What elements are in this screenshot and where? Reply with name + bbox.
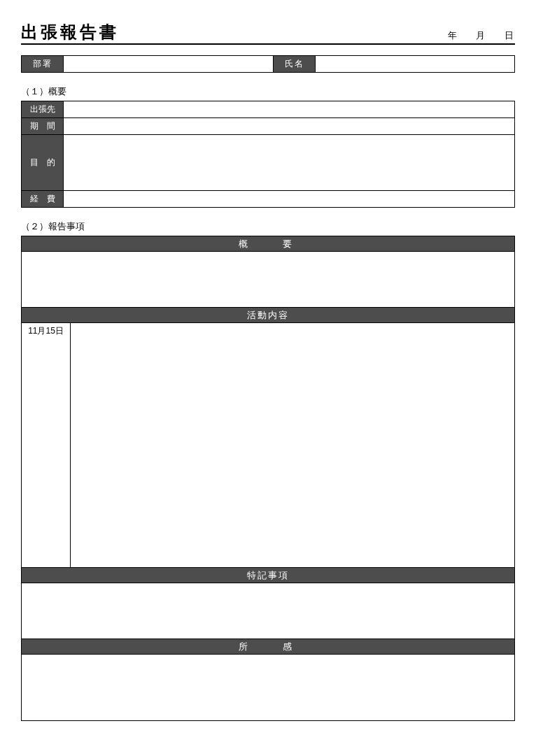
name-label: 氏名 xyxy=(274,56,316,73)
activity-value[interactable] xyxy=(71,323,515,568)
activity-date: 11月15日 xyxy=(22,323,71,568)
period-value[interactable] xyxy=(64,118,515,135)
document-title: 出張報告書 xyxy=(21,21,434,43)
destination-value[interactable] xyxy=(64,101,515,118)
section2-heading: （２）報告事項 xyxy=(21,220,515,233)
impression-value[interactable] xyxy=(22,655,515,721)
dept-label: 部署 xyxy=(22,56,64,73)
dept-value[interactable] xyxy=(64,56,274,73)
period-label: 期 間 xyxy=(22,118,64,135)
impression-header: 所 感 xyxy=(22,639,515,655)
purpose-value[interactable] xyxy=(64,135,515,191)
name-value[interactable] xyxy=(316,56,515,73)
overview-table: 出張先 期 間 目 的 経 費 xyxy=(21,101,515,208)
expense-value[interactable] xyxy=(64,191,515,208)
summary-header: 概 要 xyxy=(22,236,515,252)
report-table: 概 要 活動内容 11月15日 特記事項 所 感 xyxy=(21,236,515,721)
date-fields: 年 月 日 xyxy=(434,29,515,43)
year-label: 年 xyxy=(448,30,458,41)
expense-label: 経 費 xyxy=(22,191,64,208)
section1-heading: （１）概要 xyxy=(21,85,515,98)
day-label: 日 xyxy=(505,30,515,41)
purpose-label: 目 的 xyxy=(22,135,64,191)
summary-value[interactable] xyxy=(22,252,515,308)
destination-label: 出張先 xyxy=(22,101,64,118)
notes-header: 特記事項 xyxy=(22,568,515,583)
info-table: 部署 氏名 xyxy=(21,55,515,73)
notes-value[interactable] xyxy=(22,583,515,639)
month-label: 月 xyxy=(476,30,486,41)
activity-header: 活動内容 xyxy=(22,308,515,323)
